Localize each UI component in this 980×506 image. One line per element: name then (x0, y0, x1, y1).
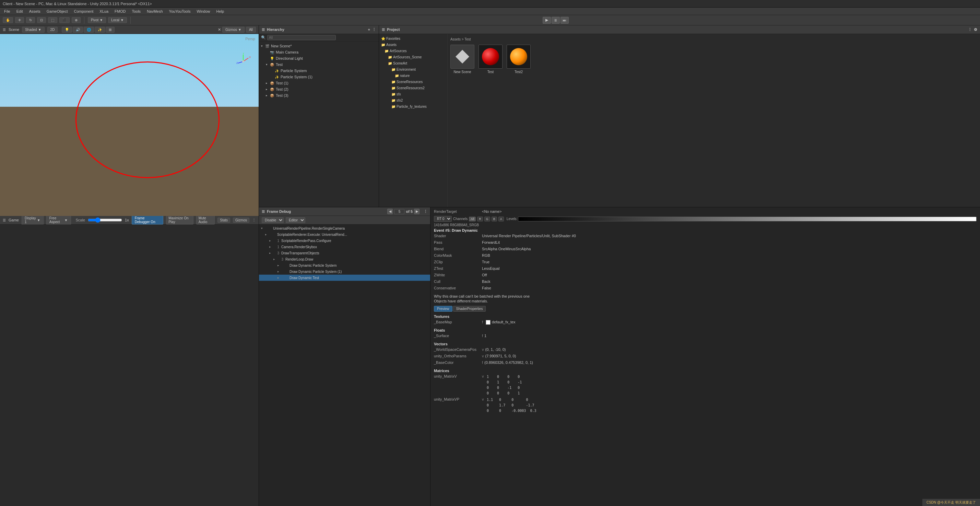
scale-slider[interactable] (88, 217, 122, 223)
hierarchy-item[interactable]: ▸📦Test (1) (259, 80, 379, 86)
tool-move[interactable]: ✛ (15, 17, 24, 23)
preview-tab[interactable]: Preview (434, 306, 452, 312)
channel-a-btn[interactable]: A (498, 217, 504, 222)
channel-all-btn[interactable]: All (469, 217, 476, 222)
maximize-on-play-button[interactable]: Maximize On Play (166, 215, 193, 225)
project-tree-item[interactable]: 📁Environment (379, 66, 447, 72)
asset-thumbnail[interactable]: New Scene (450, 45, 474, 74)
frame-debug-disable-select[interactable]: Disable (262, 217, 284, 223)
scene-fx-icon[interactable]: ✨ (95, 27, 105, 33)
tool-hand[interactable]: ✋ (3, 17, 13, 23)
project-tree-item[interactable]: ⭐Favorites (379, 35, 447, 42)
asset-thumbnail[interactable]: Test2 (507, 45, 531, 74)
menu-window[interactable]: Window (194, 9, 213, 14)
project-tree-item[interactable]: 📁sfx2 (379, 97, 447, 103)
mute-audio-button[interactable]: Mute Audio (196, 215, 215, 225)
scene-grid-icon[interactable]: ⊞ (106, 27, 115, 33)
project-tree-item[interactable]: 📁ArtSources (379, 48, 447, 54)
hierarchy-item[interactable]: 📷Main Camera (259, 49, 379, 55)
rt-select[interactable]: RT 0 (434, 216, 452, 222)
frame-debug-item[interactable]: ▸3RenderLoop.Draw (259, 256, 430, 262)
hierarchy-item[interactable]: ✨Particle System (259, 68, 379, 74)
hierarchy-item[interactable]: ✨Particle System (1) (259, 74, 379, 80)
frame-number-input[interactable] (394, 209, 404, 214)
frame-debug-content[interactable]: ▾UniversalRenderPipeline.RenderSingleCam… (259, 225, 430, 506)
pivot-button[interactable]: Pivot ▼ (88, 17, 106, 23)
frame-debug-item[interactable]: ▸Draw Dynamic Particle System (1) (259, 268, 430, 275)
menu-xlua[interactable]: XLua (97, 9, 111, 14)
scene-viewport[interactable]: Persp X Y Z (0, 34, 259, 216)
twod-button[interactable]: 2D (47, 27, 58, 33)
tool-rect[interactable]: ⬚ (48, 17, 57, 23)
project-tree-item[interactable]: 📁Particle_fy_textures (379, 103, 447, 110)
project-tree-item[interactable]: 📁SceneArt (379, 60, 447, 66)
frame-debug-item[interactable]: ▸1Camera.RenderSkybox (259, 244, 430, 250)
project-more-icon[interactable]: ⋮ (968, 27, 972, 32)
channel-g-btn[interactable]: G (484, 217, 490, 222)
project-tree-item[interactable]: 📁ArtSources_Scene (379, 54, 447, 60)
project-tree-item[interactable]: 📁SceneResources (379, 78, 447, 85)
hierarchy-item[interactable]: 💡Directional Light (259, 55, 379, 61)
tool-extra[interactable]: ⊕ (72, 17, 81, 23)
menu-file[interactable]: File (2, 9, 13, 14)
frame-debug-editor-select[interactable]: Editor (286, 217, 305, 223)
all-button[interactable]: All (246, 27, 256, 33)
hierarchy-item[interactable]: ▾🎬New Scene* (259, 43, 379, 49)
frame-debug-item[interactable]: ▸1ScriptableRenderPass.Configure (259, 238, 430, 244)
tool-rotate[interactable]: ↻ (26, 17, 35, 23)
menu-youyoutools[interactable]: YouYouTools (166, 9, 194, 14)
frame-debug-item[interactable]: ▸Draw Dynamic Particle System (259, 262, 430, 268)
menu-edit[interactable]: Edit (14, 9, 26, 14)
hierarchy-tab-label[interactable]: Hierarchy (267, 27, 284, 32)
scene-audio-icon[interactable]: 🔊 (73, 27, 83, 33)
frame-debugger-button[interactable]: Frame Debugger On (132, 215, 164, 225)
local-button[interactable]: Local ▼ (108, 17, 127, 23)
gizmos-game-button[interactable]: Gizmos (233, 218, 249, 223)
game-viewport[interactable] (0, 225, 259, 506)
hierarchy-plus-icon[interactable]: + (368, 27, 370, 32)
menu-help[interactable]: Help (214, 9, 227, 14)
frame-debug-more-icon[interactable]: ⋮ (424, 209, 427, 214)
channel-r-btn[interactable]: R (477, 217, 483, 222)
project-tree-item[interactable]: 📁sfx (379, 91, 447, 97)
project-tab-label[interactable]: Project (387, 27, 399, 32)
hierarchy-item[interactable]: ▸📦Test (2) (259, 86, 379, 93)
shaded-dropdown[interactable]: Shaded ▼ (22, 27, 44, 33)
menu-component[interactable]: Component (71, 9, 96, 14)
menu-gameobject[interactable]: GameObject (44, 9, 71, 14)
hierarchy-search-input[interactable] (267, 35, 336, 40)
menu-fmod[interactable]: FMOD (112, 9, 128, 14)
stats-button[interactable]: Stats (218, 218, 230, 223)
frame-next-button[interactable]: ▶ (414, 209, 420, 214)
project-tree-item[interactable]: 📁SceneResources2 (379, 85, 447, 91)
step-button[interactable]: ⏭ (560, 17, 569, 24)
gizmos-button[interactable]: Gizmos ▼ (222, 27, 245, 33)
menu-tools[interactable]: Tools (129, 9, 143, 14)
play-button[interactable]: ▶ (542, 17, 551, 24)
more-icon[interactable]: ⋮ (252, 218, 256, 222)
tool-scale[interactable]: ⊡ (37, 17, 46, 23)
hierarchy-more-icon[interactable]: ⋮ (372, 27, 376, 32)
scene-tab-label[interactable]: Scene (9, 27, 19, 32)
frame-debug-item[interactable]: ▾UniversalRenderPipeline.RenderSingleCam… (259, 225, 430, 231)
close-scene-icon[interactable]: ✕ (218, 27, 221, 32)
project-tree-item[interactable]: 📁nature (379, 72, 447, 78)
pause-button[interactable]: ⏸ (552, 17, 560, 24)
scene-sky-icon[interactable]: 🌐 (84, 27, 94, 33)
hierarchy-item[interactable]: ▾📦Test (259, 61, 379, 68)
game-tab-label[interactable]: Game (9, 218, 19, 222)
project-settings-icon[interactable]: ⚙ (974, 27, 977, 32)
channel-b-btn[interactable]: B (492, 217, 497, 222)
scene-light-icon[interactable]: 💡 (62, 27, 72, 33)
menu-assets[interactable]: Assets (26, 9, 43, 14)
aspect-dropdown[interactable]: Free Aspect ▼ (46, 215, 71, 225)
hierarchy-item[interactable]: ▸📦Test (3) (259, 93, 379, 99)
frame-debug-tab-label[interactable]: Frame Debug (267, 209, 291, 214)
tool-transform[interactable]: ⬛ (59, 17, 70, 23)
asset-thumbnail[interactable]: Test (479, 45, 503, 74)
frame-debug-item[interactable]: ▸Draw Dynamic Test (259, 275, 430, 281)
frame-debug-item[interactable]: ▸3DrawTransparentObjects (259, 250, 430, 256)
menu-navmesh[interactable]: NavMesh (144, 9, 165, 14)
display-dropdown[interactable]: Display 1 ▼ (22, 215, 44, 225)
frame-prev-button[interactable]: ◀ (387, 209, 393, 214)
